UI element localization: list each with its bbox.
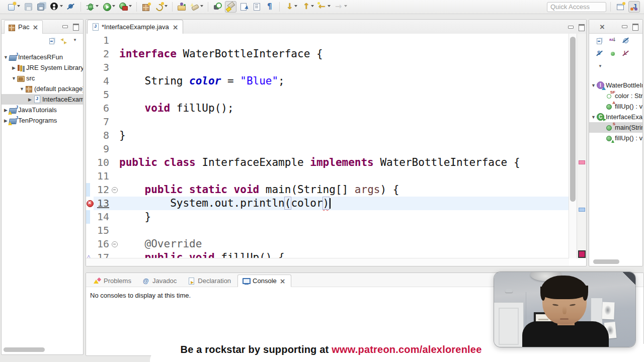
horizontal-scrollbar[interactable]: [4, 347, 45, 352]
back-button[interactable]: [316, 1, 332, 13]
p-item[interactable]: ▶JRE System Library: [2, 62, 83, 73]
view-menu-icon[interactable]: [72, 37, 79, 44]
code-line[interactable]: 3: [86, 61, 569, 74]
collapsed-arrow-icon[interactable]: ▶: [11, 65, 17, 70]
error-marker-icon[interactable]: [86, 197, 94, 210]
code-line[interactable]: 1: [86, 34, 569, 47]
save-button[interactable]: [23, 1, 34, 13]
minimize-icon[interactable]: [621, 23, 628, 30]
dropdown-arrow-icon[interactable]: [112, 5, 115, 9]
whitespace-button[interactable]: [264, 1, 276, 13]
new-java-project-button[interactable]: [140, 1, 152, 13]
p-item[interactable]: ▼(default package): [2, 83, 83, 94]
hide-non-public-icon[interactable]: [609, 50, 616, 57]
override-marker-icon[interactable]: [86, 251, 94, 258]
p-item[interactable]: ▶TenPrograms: [2, 115, 83, 126]
new-wizard-button[interactable]: [6, 1, 21, 13]
code-line[interactable]: 17 public void fillUp() {: [86, 251, 569, 258]
code-line[interactable]: 5: [86, 88, 569, 102]
collapse-all-icon[interactable]: [49, 37, 56, 44]
expanded-arrow-icon[interactable]: ▼: [19, 86, 25, 92]
code-line[interactable]: 4 String color = "Blue";: [86, 74, 569, 88]
code-line[interactable]: 7: [86, 115, 569, 129]
close-icon[interactable]: ×: [279, 278, 286, 285]
collapsed-arrow-icon[interactable]: ▶: [27, 97, 33, 102]
expanded-arrow-icon[interactable]: ▼: [590, 83, 597, 88]
package-explorer-tab[interactable]: Pac ×: [4, 20, 43, 34]
show-source-button[interactable]: [238, 1, 250, 13]
collapse-all-icon[interactable]: [596, 37, 603, 44]
code-line[interactable]: 8}: [86, 129, 569, 142]
dropdown-arrow-icon[interactable]: [165, 5, 168, 9]
minimize-icon[interactable]: [568, 24, 574, 30]
o-item[interactable]: fillUp() : void: [589, 133, 642, 143]
code-line[interactable]: 10public class InterfaceExample implemen…: [86, 156, 569, 169]
close-icon[interactable]: ×: [32, 24, 39, 31]
hide-static-icon[interactable]: [596, 50, 603, 57]
dropdown-arrow-icon[interactable]: [60, 5, 63, 9]
p-item[interactable]: ▶InterfaceExample.java: [2, 94, 83, 105]
hide-fields-icon[interactable]: [622, 37, 629, 44]
dropdown-arrow-icon[interactable]: [328, 5, 331, 9]
overview-marker-blue[interactable]: [579, 208, 585, 212]
dropdown-arrow-icon[interactable]: [96, 5, 99, 9]
code-line[interactable]: 11: [86, 169, 569, 183]
view-menu-icon[interactable]: [597, 63, 604, 70]
hide-local-types-icon[interactable]: [622, 50, 629, 57]
breadcrumb-button[interactable]: [212, 1, 223, 13]
overview-marker-pink[interactable]: [579, 160, 585, 164]
close-icon[interactable]: ×: [599, 23, 606, 30]
sort-icon[interactable]: [609, 37, 616, 44]
fold-collapse-icon[interactable]: [111, 183, 119, 197]
console-tab-problems[interactable]: Problems: [89, 275, 136, 287]
minimize-icon[interactable]: [62, 23, 68, 30]
o-item[interactable]: Smain(String[]) : void: [589, 122, 642, 133]
editor-tab[interactable]: *InterfaceExample.java ×: [87, 20, 183, 34]
code-line[interactable]: 9: [86, 142, 569, 156]
code-line[interactable]: 16 @Override: [86, 237, 569, 251]
dropdown-arrow-icon[interactable]: [294, 5, 297, 9]
horizontal-scrollbar[interactable]: [593, 259, 619, 264]
code-editor[interactable]: 12interface WaterBottleInterface {34 Str…: [86, 34, 569, 258]
dropdown-arrow-icon[interactable]: [129, 5, 132, 9]
skip-breakpoints-button[interactable]: [65, 1, 77, 13]
console-tab-javadoc[interactable]: Javadoc: [138, 275, 181, 287]
open-type-button[interactable]: [176, 1, 188, 13]
code-line[interactable]: 12 public static void main(String[] args…: [86, 183, 569, 197]
horizontal-scrollbar[interactable]: [86, 258, 569, 266]
persp-open-button[interactable]: [615, 1, 626, 13]
build-button[interactable]: [153, 1, 169, 13]
code-line[interactable]: 6 void fillUp();: [86, 102, 569, 115]
close-icon[interactable]: ×: [172, 24, 179, 31]
p-item[interactable]: ▶JavaTutorials: [2, 105, 83, 115]
console-view-button[interactable]: [251, 1, 263, 13]
maximize-icon[interactable]: [72, 23, 79, 30]
o-item[interactable]: SFcolor : String: [589, 90, 642, 101]
maximize-icon[interactable]: [632, 23, 638, 30]
o-item[interactable]: ▼WaterBottleInterface: [589, 80, 642, 90]
dropdown-arrow-icon[interactable]: [311, 5, 314, 9]
run-button[interactable]: [101, 1, 116, 13]
prev-edit-button[interactable]: [300, 1, 315, 13]
search-button[interactable]: [189, 1, 204, 13]
debug-button[interactable]: [85, 1, 100, 13]
code-line[interactable]: 14 }: [86, 210, 569, 224]
external-tools-button[interactable]: [118, 1, 133, 13]
console-tab-declaration[interactable]: Declaration: [183, 275, 235, 287]
expanded-arrow-icon[interactable]: ▼: [590, 115, 597, 120]
dropdown-arrow-icon[interactable]: [17, 5, 20, 9]
fold-collapse-icon[interactable]: [111, 237, 119, 251]
save-all-button[interactable]: [36, 1, 47, 13]
code-line[interactable]: 2interface WaterBottleInterface {: [86, 47, 569, 61]
scrollbar-thumb[interactable]: [570, 37, 576, 202]
dropdown-arrow-icon[interactable]: [200, 5, 203, 9]
maximize-icon[interactable]: [578, 24, 585, 30]
expanded-arrow-icon[interactable]: ▼: [11, 76, 17, 81]
account-button[interactable]: [49, 1, 64, 13]
console-tab-console[interactable]: Console×: [237, 275, 291, 287]
o-item[interactable]: AfillUp() : void: [589, 101, 642, 112]
p-item[interactable]: ▼src: [2, 73, 83, 83]
last-edit-button[interactable]: [283, 1, 298, 13]
mark-occurrences-button[interactable]: [225, 1, 236, 13]
dropdown-arrow-icon[interactable]: [344, 5, 347, 9]
